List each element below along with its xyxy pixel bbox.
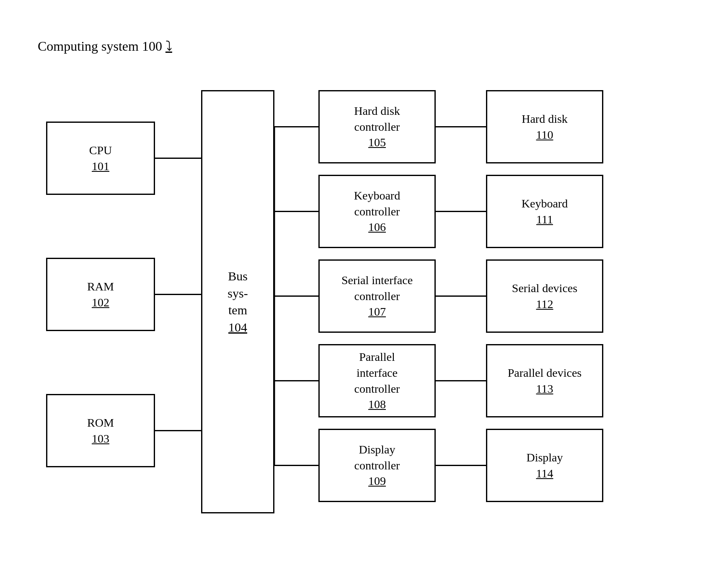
sic-box: Serial interfacecontroller 107 bbox=[318, 259, 436, 333]
bus-box: Bussys-tem 104 bbox=[201, 90, 274, 513]
rom-box: ROM 103 bbox=[46, 394, 155, 467]
pd-box: Parallel devices 113 bbox=[486, 344, 603, 417]
display-box: Display 114 bbox=[486, 429, 603, 502]
ram-box: RAM 102 bbox=[46, 258, 155, 331]
cpu-box: CPU 101 bbox=[46, 122, 155, 195]
sd-box: Serial devices 112 bbox=[486, 259, 603, 333]
pic-box: Parallelinterfacecontroller 108 bbox=[318, 344, 436, 417]
title-label: Computing system 100 ⤵ bbox=[38, 38, 172, 55]
hdc-box: Hard diskcontroller 105 bbox=[318, 90, 436, 163]
diagram: Computing system 100 ⤵ CPU 101 RAM 102 R… bbox=[25, 25, 687, 570]
dc-box: Displaycontroller 109 bbox=[318, 429, 436, 502]
kb-box: Keyboard 111 bbox=[486, 175, 603, 248]
kbc-box: Keyboardcontroller 106 bbox=[318, 175, 436, 248]
hd-box: Hard disk 110 bbox=[486, 90, 603, 163]
